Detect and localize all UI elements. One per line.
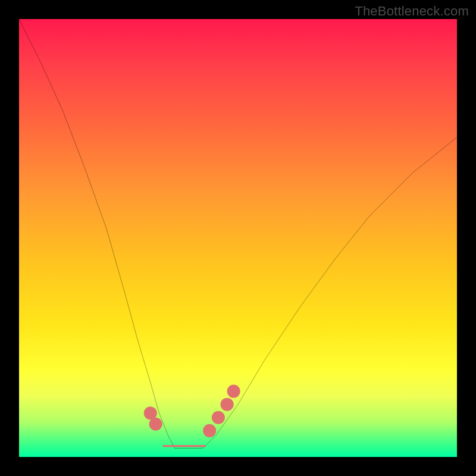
curve-path	[19, 19, 457, 448]
dot-right-3	[221, 398, 234, 411]
plot-inner	[19, 19, 457, 457]
watermark-text: TheBottleneck.com	[355, 4, 469, 19]
dot-right-1	[203, 424, 216, 437]
dot-right-2	[212, 411, 225, 424]
dot-right-4	[227, 385, 240, 398]
plot-area	[19, 19, 457, 457]
dot-left-2	[149, 418, 162, 431]
chart-svg	[19, 19, 457, 457]
